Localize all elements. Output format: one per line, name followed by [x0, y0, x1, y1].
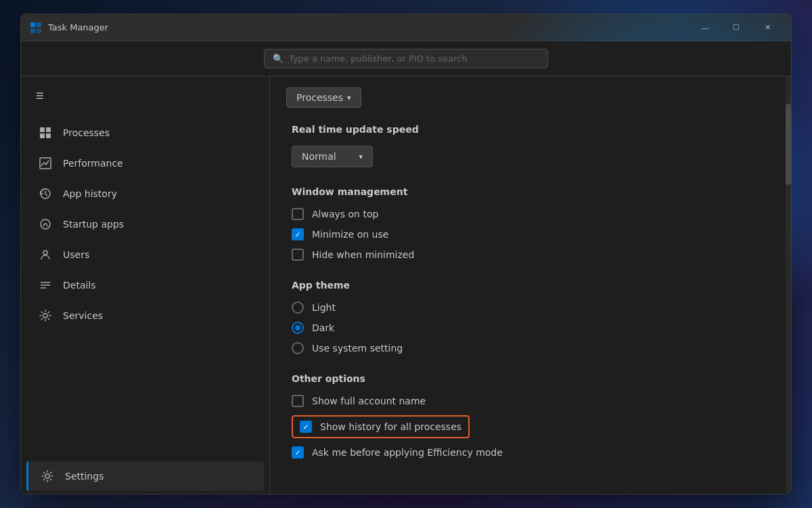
theme-dark-label: Dark [312, 322, 334, 333]
svg-rect-1 [37, 22, 41, 27]
svg-rect-5 [46, 127, 51, 132]
speed-dropdown-chevron: ▾ [359, 152, 363, 161]
task-manager-window: Task Manager — ☐ ✕ 🔍 Type a name, publis… [20, 14, 792, 494]
sidebar-item-label-users: Users [63, 249, 89, 260]
real-time-speed-section: Real time update speed Normal ▾ [292, 124, 769, 167]
hamburger-icon: ☰ [36, 91, 44, 101]
app-theme-section: App theme Light Dark Use system setting [292, 280, 769, 354]
ask-before-applying-row: Ask me before applying Efficiency mode [292, 446, 769, 459]
sidebar-item-label-performance: Performance [63, 158, 123, 169]
always-on-top-checkbox[interactable] [292, 208, 304, 220]
main-panel: Processes ▾ Real time update speed Norma… [270, 77, 791, 494]
hide-when-minimized-checkbox[interactable] [292, 249, 304, 261]
titlebar: Task Manager — ☐ ✕ [21, 14, 791, 41]
sidebar-item-label-processes: Processes [63, 127, 110, 138]
startup-icon [37, 216, 53, 232]
processes-tab[interactable]: Processes ▾ [286, 87, 361, 108]
window-title: Task Manager [48, 22, 690, 33]
svg-rect-4 [40, 127, 45, 132]
window-controls: — ☐ ✕ [690, 18, 783, 38]
show-full-account-label: Show full account name [312, 396, 426, 406]
hide-when-minimized-row: Hide when minimized [292, 249, 769, 261]
svg-rect-7 [46, 133, 51, 138]
sidebar-item-users[interactable]: Users [26, 240, 264, 270]
show-history-label: Show history for all processes [320, 421, 461, 432]
svg-point-11 [43, 251, 47, 255]
hamburger-button[interactable]: ☰ [26, 82, 53, 109]
always-on-top-row: Always on top [292, 208, 769, 220]
other-options-title: Other options [292, 373, 769, 384]
real-time-speed-title: Real time update speed [292, 124, 769, 135]
sidebar-item-processes[interactable]: Processes [26, 118, 264, 148]
show-history-highlighted-row: Show history for all processes [292, 415, 470, 438]
settings-content: Real time update speed Normal ▾ Window m… [270, 108, 791, 494]
scroll-thumb[interactable] [786, 104, 791, 185]
scrollbar[interactable] [786, 77, 791, 494]
always-on-top-label: Always on top [312, 209, 378, 219]
theme-dark-row: Dark [292, 322, 769, 334]
theme-system-label: Use system setting [312, 343, 403, 354]
content-area: ☰ Processes [21, 77, 791, 494]
settings-label: Settings [65, 471, 104, 482]
window-management-title: Window management [292, 186, 769, 197]
ask-before-applying-label: Ask me before applying Efficiency mode [312, 447, 503, 458]
grid-icon [37, 125, 53, 141]
search-icon: 🔍 [273, 54, 284, 64]
other-options-section: Other options Show full account name Sho… [292, 373, 769, 459]
sidebar-item-services[interactable]: Services [26, 301, 264, 331]
svg-rect-0 [30, 22, 35, 27]
sidebar-item-performance[interactable]: Performance [26, 148, 264, 178]
svg-point-15 [43, 314, 47, 318]
minimize-button[interactable]: — [690, 18, 721, 38]
svg-point-10 [41, 219, 50, 229]
show-full-account-row: Show full account name [292, 395, 769, 407]
minimize-on-use-label: Minimize on use [312, 229, 388, 240]
settings-icon [39, 468, 55, 484]
sidebar-item-details[interactable]: Details [26, 270, 264, 300]
window-management-section: Window management Always on top Minimize… [292, 186, 769, 261]
svg-rect-3 [37, 28, 41, 33]
sidebar-item-label-details: Details [63, 280, 96, 291]
nav-items: Processes Performance [21, 114, 269, 459]
app-icon [29, 21, 43, 35]
theme-dark-radio[interactable] [292, 322, 304, 334]
chevron-down-icon: ▾ [347, 93, 351, 102]
sidebar-item-startup-apps[interactable]: Startup apps [26, 209, 264, 239]
theme-light-radio[interactable] [292, 301, 304, 314]
close-button[interactable]: ✕ [752, 18, 783, 38]
ask-before-applying-checkbox[interactable] [292, 446, 304, 459]
svg-rect-2 [30, 28, 35, 33]
theme-light-row: Light [292, 301, 769, 314]
details-icon [37, 277, 53, 293]
sidebar-item-label-services: Services [63, 310, 103, 321]
maximize-button[interactable]: ☐ [721, 18, 752, 38]
minimize-on-use-checkbox[interactable] [292, 228, 304, 240]
theme-system-radio[interactable] [292, 342, 304, 354]
app-theme-title: App theme [292, 280, 769, 291]
services-icon [37, 308, 53, 324]
top-bar: 🔍 Type a name, publisher, or PID to sear… [21, 41, 791, 77]
speed-dropdown-value: Normal [302, 151, 336, 162]
svg-point-16 [45, 474, 49, 478]
history-icon [37, 186, 53, 202]
sidebar-item-settings[interactable]: Settings [26, 461, 264, 491]
main-header: Processes ▾ [270, 77, 791, 108]
theme-light-label: Light [312, 302, 336, 313]
users-icon [37, 247, 53, 263]
show-history-checkbox[interactable] [300, 421, 312, 433]
sidebar: ☰ Processes [21, 77, 270, 494]
search-placeholder: Type a name, publisher, or PID to search [289, 54, 467, 64]
theme-system-row: Use system setting [292, 342, 769, 354]
speed-dropdown[interactable]: Normal ▾ [292, 146, 373, 167]
sidebar-item-label-app-history: App history [63, 188, 117, 199]
desktop: Task Manager — ☐ ✕ 🔍 Type a name, publis… [0, 0, 812, 508]
processes-tab-label: Processes [296, 92, 343, 103]
minimize-on-use-row: Minimize on use [292, 228, 769, 240]
chart-icon [37, 155, 53, 171]
search-bar[interactable]: 🔍 Type a name, publisher, or PID to sear… [264, 49, 548, 68]
hide-when-minimized-label: Hide when minimized [312, 249, 414, 260]
show-full-account-checkbox[interactable] [292, 395, 304, 407]
sidebar-item-label-startup: Startup apps [63, 219, 124, 230]
sidebar-item-app-history[interactable]: App history [26, 179, 264, 209]
svg-rect-6 [40, 133, 45, 138]
